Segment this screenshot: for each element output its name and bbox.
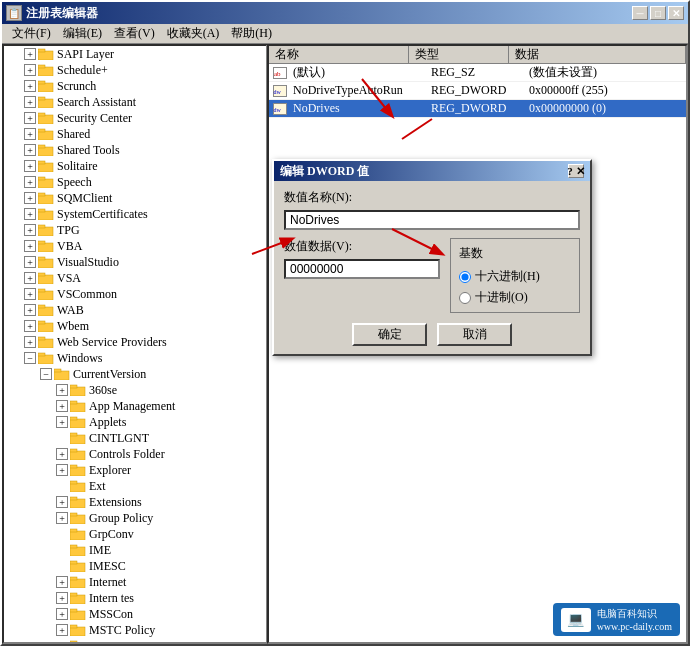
- tree-node-group-policy[interactable]: + Group Policy: [4, 510, 266, 526]
- expand-icon[interactable]: +: [24, 176, 36, 188]
- expand-icon[interactable]: +: [24, 96, 36, 108]
- tree-node-wbem[interactable]: + Wbem: [4, 318, 266, 334]
- tree-node-speech[interactable]: + Speech: [4, 174, 266, 190]
- reg-data-nodrives: 0x00000000 (0): [525, 101, 686, 116]
- expand-icon[interactable]: +: [24, 160, 36, 172]
- tree-node-360se[interactable]: + 360se: [4, 382, 266, 398]
- expand-icon[interactable]: +: [24, 288, 36, 300]
- reg-entry-nodrives[interactable]: dw NoDrives REG_DWORD 0x00000000 (0): [269, 100, 686, 118]
- dialog-name-input[interactable]: [284, 210, 580, 230]
- tree-node-system-certs[interactable]: + SystemCertificates: [4, 206, 266, 222]
- tree-node-search-assistant[interactable]: + Search Assistant: [4, 94, 266, 110]
- main-content: + SAPI Layer + Schedule+ + Scrunch + Sea…: [2, 44, 688, 644]
- expand-icon[interactable]: +: [24, 64, 36, 76]
- tree-node-applets[interactable]: + Applets: [4, 414, 266, 430]
- tree-node-current-version[interactable]: − CurrentVersion: [4, 366, 266, 382]
- tree-node-internet[interactable]: + Internet: [4, 574, 266, 590]
- reg-entry-default[interactable]: ab (默认) REG_SZ (数值未设置): [269, 64, 686, 82]
- expand-icon[interactable]: +: [24, 240, 36, 252]
- expand-icon[interactable]: +: [24, 304, 36, 316]
- menu-help[interactable]: 帮助(H): [225, 23, 278, 44]
- tree-node-solitaire[interactable]: + Solitaire: [4, 158, 266, 174]
- expand-icon[interactable]: +: [24, 272, 36, 284]
- tree-node-interntes[interactable]: + Intern tes: [4, 590, 266, 606]
- svg-rect-8: [38, 115, 53, 124]
- tree-node-visual-studio[interactable]: + VisualStudio: [4, 254, 266, 270]
- tree-node-vba[interactable]: + VBA: [4, 238, 266, 254]
- radio-decimal[interactable]: 十进制(O): [459, 289, 571, 306]
- tree-node-ext[interactable]: Ext: [4, 478, 266, 494]
- expand-icon[interactable]: +: [56, 464, 68, 476]
- svg-rect-61: [70, 529, 77, 532]
- tree-node-wab[interactable]: + WAB: [4, 302, 266, 318]
- expand-icon[interactable]: +: [56, 624, 68, 636]
- folder-icon: [38, 144, 54, 156]
- tree-node-schedule[interactable]: + Schedule+: [4, 62, 266, 78]
- expand-icon[interactable]: +: [56, 416, 68, 428]
- menu-view[interactable]: 查看(V): [108, 23, 161, 44]
- tree-node-vscommon[interactable]: + VSCommon: [4, 286, 266, 302]
- close-button[interactable]: ✕: [668, 6, 684, 20]
- tree-node-security-center[interactable]: + Security Center: [4, 110, 266, 126]
- tree-node-imesc[interactable]: IMESC: [4, 558, 266, 574]
- expand-icon[interactable]: +: [56, 448, 68, 460]
- tree-node-controls-folder[interactable]: + Controls Folder: [4, 446, 266, 462]
- radio-hex[interactable]: 十六进制(H): [459, 268, 571, 285]
- expand-icon[interactable]: +: [24, 256, 36, 268]
- tree-node-cintlgnt[interactable]: CINTLGNT: [4, 430, 266, 446]
- tree-node-extensions[interactable]: + Extensions: [4, 494, 266, 510]
- minimize-button[interactable]: ─: [632, 6, 648, 20]
- tree-node-ime[interactable]: IME: [4, 542, 266, 558]
- tree-node-grpconv[interactable]: GrpConv: [4, 526, 266, 542]
- tree-node-scrunch[interactable]: + Scrunch: [4, 78, 266, 94]
- expand-icon[interactable]: +: [24, 128, 36, 140]
- expand-icon[interactable]: +: [56, 496, 68, 508]
- tree-node-vsa[interactable]: + VSA: [4, 270, 266, 286]
- expand-icon[interactable]: +: [24, 144, 36, 156]
- svg-rect-38: [38, 355, 53, 364]
- expand-icon[interactable]: +: [24, 320, 36, 332]
- tree-panel[interactable]: + SAPI Layer + Schedule+ + Scrunch + Sea…: [2, 44, 267, 644]
- reg-entry-nodrivetypeautorun[interactable]: dw NoDriveTypeAutoRun REG_DWORD 0x00000f…: [269, 82, 686, 100]
- expand-icon[interactable]: −: [24, 352, 36, 364]
- tree-node-web-service[interactable]: + Web Service Providers: [4, 334, 266, 350]
- tree-node-sapi[interactable]: + SAPI Layer: [4, 46, 266, 62]
- tree-node-shared-tools[interactable]: + Shared Tools: [4, 142, 266, 158]
- expand-icon[interactable]: +: [56, 608, 68, 620]
- menu-file[interactable]: 文件(F): [6, 23, 57, 44]
- dialog-data-input[interactable]: [284, 259, 440, 279]
- tree-node-mstc-policy[interactable]: + MSTC Policy: [4, 622, 266, 638]
- tree-node-msscon[interactable]: + MSSCon: [4, 606, 266, 622]
- expand-icon[interactable]: +: [56, 400, 68, 412]
- tree-node-windows[interactable]: − Windows: [4, 350, 266, 366]
- expand-icon[interactable]: +: [24, 192, 36, 204]
- expand-icon[interactable]: +: [24, 80, 36, 92]
- expand-icon[interactable]: +: [24, 336, 36, 348]
- expand-icon[interactable]: +: [24, 48, 36, 60]
- radio-decimal-input[interactable]: [459, 292, 471, 304]
- folder-icon: [38, 288, 54, 300]
- menu-favorites[interactable]: 收藏夹(A): [161, 23, 226, 44]
- expand-icon[interactable]: +: [56, 512, 68, 524]
- cancel-button[interactable]: 取消: [437, 323, 512, 346]
- tree-node-tpg[interactable]: + TPG: [4, 222, 266, 238]
- expand-icon[interactable]: +: [24, 112, 36, 124]
- tree-node-sqmclient[interactable]: + SQMClient: [4, 190, 266, 206]
- menu-edit[interactable]: 编辑(E): [57, 23, 108, 44]
- tree-node-app-management[interactable]: + App Management: [4, 398, 266, 414]
- maximize-button[interactable]: □: [650, 6, 666, 20]
- dialog-close-button[interactable]: ? ✕: [568, 164, 584, 178]
- expand-icon[interactable]: +: [56, 384, 68, 396]
- dialog-data-row: 数值数据(V): 基数 十六进制(H): [284, 238, 580, 313]
- tree-node-explorer[interactable]: + Explorer: [4, 462, 266, 478]
- reg-type-nodrives: REG_DWORD: [427, 101, 525, 116]
- expand-icon[interactable]: +: [56, 576, 68, 588]
- expand-icon[interactable]: −: [40, 368, 52, 380]
- ok-button[interactable]: 确定: [352, 323, 427, 346]
- expand-icon[interactable]: +: [24, 224, 36, 236]
- radio-hex-input[interactable]: [459, 271, 471, 283]
- expand-icon[interactable]: +: [56, 592, 68, 604]
- tree-node-pintlgnt[interactable]: PINTLGNT: [4, 638, 266, 644]
- expand-icon[interactable]: +: [24, 208, 36, 220]
- tree-node-shared[interactable]: + Shared: [4, 126, 266, 142]
